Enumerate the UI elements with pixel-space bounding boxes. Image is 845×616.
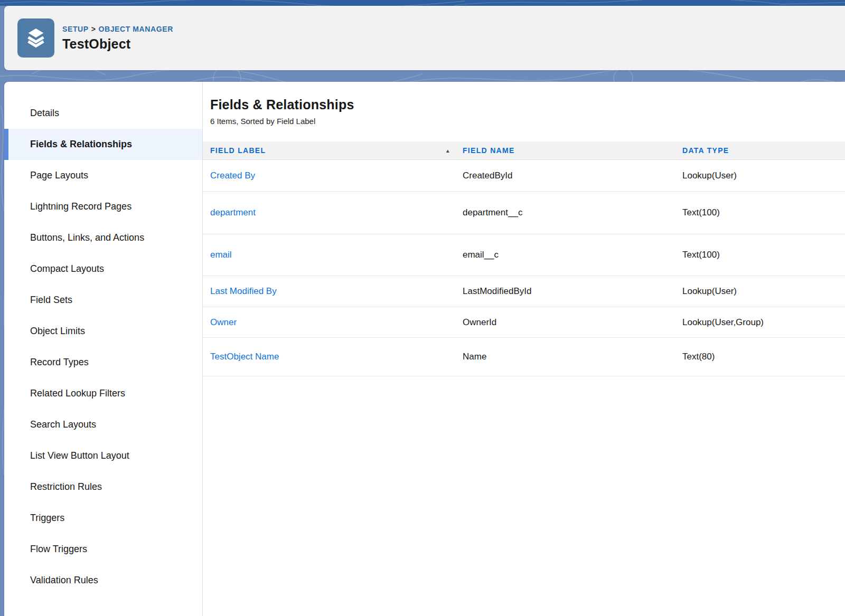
column-header-field-name[interactable]: FIELD NAME: [457, 146, 677, 155]
sidebar-item-flow-triggers[interactable]: Flow Triggers: [4, 534, 202, 565]
sidebar-item-record-types[interactable]: Record Types: [4, 347, 202, 378]
object-settings-sidebar: Details Fields & Relationships Page Layo…: [4, 82, 203, 616]
table-row: email email__c Text(100): [203, 234, 845, 276]
field-name-cell: OwnerId: [457, 317, 677, 328]
object-manager-panel: Details Fields & Relationships Page Layo…: [4, 82, 845, 616]
breadcrumb-separator: >: [89, 25, 99, 33]
sidebar-item-triggers[interactable]: Triggers: [4, 503, 202, 534]
field-name-cell: email__c: [457, 250, 677, 260]
field-label-link[interactable]: TestObject Name: [210, 352, 279, 362]
sidebar-item-page-layouts[interactable]: Page Layouts: [4, 160, 202, 191]
object-layers-icon: [17, 18, 54, 58]
column-header-field-label[interactable]: FIELD LABEL ▲: [203, 146, 457, 155]
sort-ascending-icon: ▲: [445, 148, 451, 153]
sidebar-item-validation-rules[interactable]: Validation Rules: [4, 565, 202, 596]
fields-table: FIELD LABEL ▲ FIELD NAME DATA TYPE Creat…: [203, 141, 845, 376]
breadcrumb-object-manager-link[interactable]: OBJECT MANAGER: [98, 25, 173, 33]
sidebar-item-buttons-links-actions[interactable]: Buttons, Links, and Actions: [4, 222, 202, 253]
field-label-link[interactable]: Created By: [210, 170, 255, 181]
page-title: TestObject: [62, 36, 173, 52]
sidebar-item-details[interactable]: Details: [4, 98, 202, 129]
table-row: TestObject Name Name Text(80): [203, 338, 845, 376]
fields-relationships-content: Fields & Relationships 6 Items, Sorted b…: [203, 82, 845, 616]
field-label-link[interactable]: Owner: [210, 317, 237, 327]
table-header-row: FIELD LABEL ▲ FIELD NAME DATA TYPE: [203, 141, 845, 160]
section-heading: Fields & Relationships: [210, 96, 838, 113]
breadcrumb: SETUP>OBJECT MANAGER: [62, 25, 173, 33]
setup-header-card: SETUP>OBJECT MANAGER TestObject: [4, 6, 845, 70]
sidebar-item-object-limits[interactable]: Object Limits: [4, 316, 202, 347]
sidebar-item-related-lookup-filters[interactable]: Related Lookup Filters: [4, 378, 202, 409]
field-name-cell: CreatedById: [457, 170, 677, 181]
sidebar-item-lightning-record-pages[interactable]: Lightning Record Pages: [4, 191, 202, 222]
sidebar-item-compact-layouts[interactable]: Compact Layouts: [4, 253, 202, 285]
field-label-link[interactable]: Last Modified By: [210, 286, 277, 296]
breadcrumb-setup-link[interactable]: SETUP: [62, 25, 89, 33]
sidebar-item-field-sets[interactable]: Field Sets: [4, 285, 202, 316]
data-type-cell: Text(80): [677, 352, 845, 362]
data-type-cell: Text(100): [677, 250, 845, 260]
data-type-cell: Lookup(User): [677, 170, 845, 181]
sidebar-item-list-view-button-layout[interactable]: List View Button Layout: [4, 440, 202, 471]
field-name-cell: department__c: [457, 207, 677, 218]
table-row: Created By CreatedById Lookup(User): [203, 160, 845, 192]
table-row: Last Modified By LastModifiedById Lookup…: [203, 276, 845, 307]
field-label-link[interactable]: email: [210, 250, 232, 260]
field-label-link[interactable]: department: [210, 207, 256, 217]
item-count-summary: 6 Items, Sorted by Field Label: [210, 116, 838, 127]
field-name-cell: LastModifiedById: [457, 286, 677, 297]
sidebar-item-fields-relationships[interactable]: Fields & Relationships: [4, 129, 202, 160]
sidebar-item-restriction-rules[interactable]: Restriction Rules: [4, 471, 202, 503]
data-type-cell: Lookup(User,Group): [677, 317, 845, 328]
data-type-cell: Text(100): [677, 207, 845, 218]
table-row: Owner OwnerId Lookup(User,Group): [203, 307, 845, 338]
table-row: department department__c Text(100): [203, 192, 845, 234]
column-header-data-type[interactable]: DATA TYPE: [677, 146, 845, 155]
sidebar-item-search-layouts[interactable]: Search Layouts: [4, 409, 202, 440]
data-type-cell: Lookup(User): [677, 286, 845, 297]
field-name-cell: Name: [457, 352, 677, 362]
